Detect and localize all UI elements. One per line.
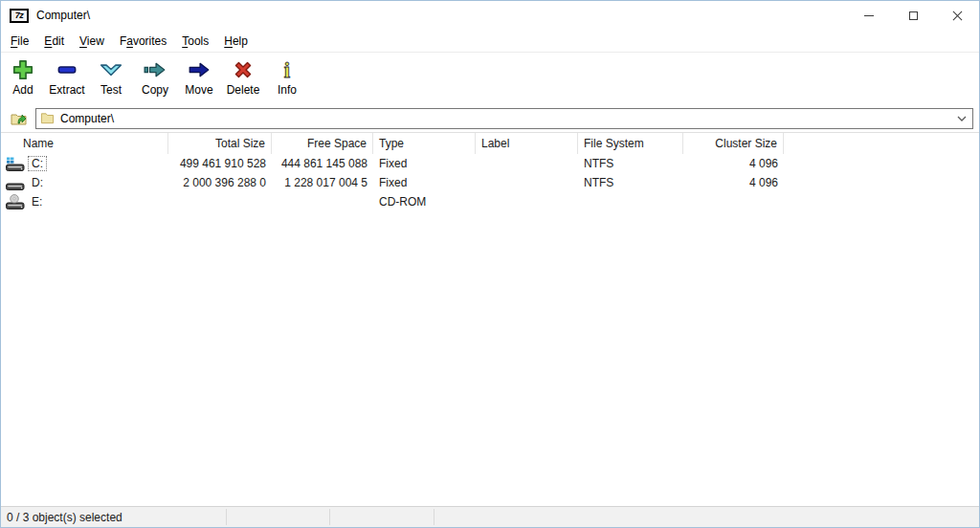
- delete-x-icon: [231, 57, 256, 82]
- address-combobox[interactable]: Computer\: [35, 108, 973, 129]
- drive-name-cell[interactable]: E:: [1, 194, 168, 210]
- drive-label: C:: [28, 156, 47, 171]
- maximize-icon: [909, 11, 918, 20]
- address-bar: Computer\: [1, 104, 979, 133]
- close-button[interactable]: [935, 1, 979, 30]
- move-arrow-icon: [187, 57, 212, 82]
- menu-bar: File Edit View Favorites Tools Help: [1, 30, 979, 53]
- table-row-drive-e[interactable]: E: CD-ROM: [1, 192, 979, 211]
- test-check-icon: [99, 57, 123, 82]
- app-icon: 7z: [10, 9, 29, 23]
- copy-label: Copy: [142, 83, 168, 97]
- file-system-cell: NTFS: [578, 176, 683, 189]
- cluster-size-cell: 4 096: [683, 157, 784, 170]
- window-title: Computer\: [36, 9, 90, 22]
- extract-button[interactable]: Extract: [45, 55, 89, 97]
- delete-label: Delete: [227, 83, 260, 97]
- app-window: 7z Computer\ File Edit View Favorites To…: [0, 0, 980, 528]
- chevron-down-icon[interactable]: [951, 109, 972, 128]
- copy-arrow-icon: [143, 57, 167, 82]
- type-cell: Fixed: [373, 157, 476, 170]
- menu-edit[interactable]: Edit: [36, 32, 72, 51]
- file-system-cell: NTFS: [578, 157, 683, 170]
- drive-name-cell[interactable]: C:: [1, 156, 168, 172]
- test-label: Test: [100, 83, 122, 97]
- system-drive-icon: [6, 156, 25, 172]
- menu-tools[interactable]: Tools: [174, 32, 216, 51]
- cluster-size-cell: 4 096: [683, 176, 784, 189]
- drive-label: E:: [28, 194, 46, 209]
- file-list-panel: Name Total Size Free Space Type Label Fi…: [1, 133, 979, 506]
- status-divider: [329, 509, 330, 525]
- address-path: Computer\: [60, 112, 114, 125]
- status-divider: [434, 509, 434, 525]
- delete-button[interactable]: Delete: [221, 55, 265, 97]
- column-header-type[interactable]: Type: [373, 133, 476, 154]
- info-i-icon: i: [275, 57, 300, 82]
- total-size-cell: 499 461 910 528: [168, 157, 272, 170]
- selection-status: 0 / 3 object(s) selected: [7, 511, 122, 524]
- column-header-file-system[interactable]: File System: [578, 133, 683, 154]
- window-controls: [847, 1, 979, 30]
- status-divider: [226, 509, 227, 525]
- type-cell: Fixed: [373, 176, 476, 189]
- menu-file[interactable]: File: [3, 32, 36, 51]
- cdrom-drive-icon: [6, 194, 25, 210]
- total-size-cell: 2 000 396 288 0: [168, 176, 272, 189]
- column-header-total-size[interactable]: Total Size: [168, 133, 272, 154]
- free-space-cell: 1 228 017 004 5: [272, 176, 373, 189]
- status-bar: 0 / 3 object(s) selected: [1, 506, 979, 527]
- drive-name-cell[interactable]: D:: [1, 175, 168, 191]
- toolbar: Add Extract Test Copy Move Delete i Info: [1, 53, 979, 104]
- info-label: Info: [278, 83, 297, 97]
- info-button[interactable]: i Info: [265, 55, 309, 97]
- menu-view[interactable]: View: [72, 32, 112, 51]
- move-label: Move: [185, 83, 212, 97]
- copy-button[interactable]: Copy: [133, 55, 177, 97]
- parent-folder-icon: [10, 109, 29, 128]
- minimize-icon: [864, 15, 874, 16]
- test-button[interactable]: Test: [89, 55, 133, 97]
- maximize-button[interactable]: [891, 1, 935, 30]
- table-row-drive-c[interactable]: C: 499 461 910 528 444 861 145 088 Fixed…: [1, 154, 979, 173]
- move-button[interactable]: Move: [177, 55, 221, 97]
- folder-icon: [40, 111, 55, 125]
- type-cell: CD-ROM: [373, 195, 476, 209]
- close-icon: [952, 11, 963, 21]
- table-row-drive-d[interactable]: D: 2 000 396 288 0 1 228 017 004 5 Fixed…: [1, 173, 979, 192]
- title-bar: 7z Computer\: [1, 1, 979, 30]
- column-header-filler: [784, 133, 979, 154]
- column-header-free-space[interactable]: Free Space: [272, 133, 373, 154]
- column-header-name[interactable]: Name: [1, 133, 168, 154]
- hard-drive-icon: [6, 175, 25, 191]
- svg-text:i: i: [284, 58, 290, 82]
- add-label: Add: [12, 83, 33, 97]
- drive-label: D:: [28, 175, 47, 190]
- extract-label: Extract: [49, 83, 84, 97]
- add-button[interactable]: Add: [1, 55, 45, 97]
- add-plus-icon: [11, 57, 35, 82]
- list-header: Name Total Size Free Space Type Label Fi…: [1, 133, 979, 154]
- column-header-label[interactable]: Label: [476, 133, 578, 154]
- menu-favorites[interactable]: Favorites: [112, 32, 174, 51]
- free-space-cell: 444 861 145 088: [272, 157, 373, 170]
- menu-help[interactable]: Help: [216, 32, 256, 51]
- column-header-cluster-size[interactable]: Cluster Size: [683, 133, 784, 154]
- extract-minus-icon: [55, 57, 79, 82]
- minimize-button[interactable]: [847, 1, 891, 30]
- parent-folder-button[interactable]: [7, 107, 32, 130]
